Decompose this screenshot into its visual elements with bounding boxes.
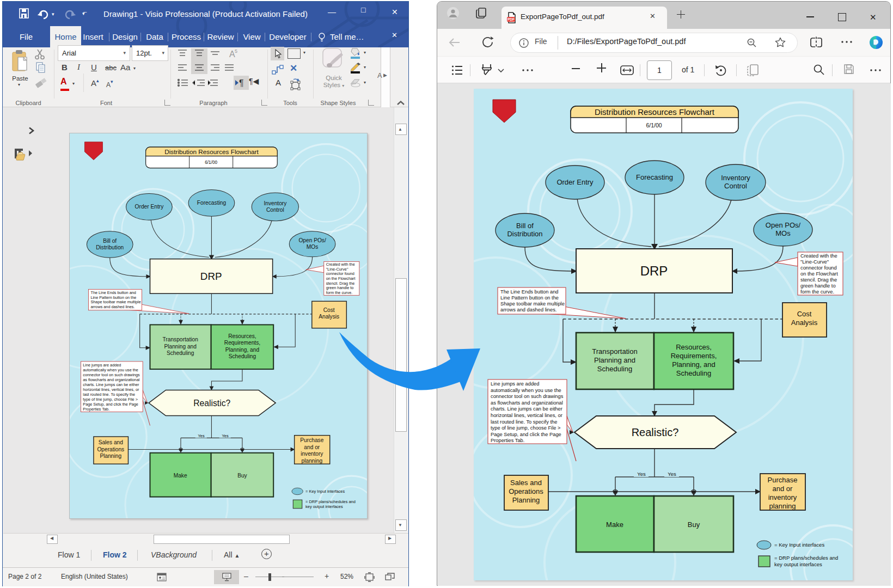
svg-text:5: 5 xyxy=(235,48,237,54)
svg-text:¶: ¶ xyxy=(239,78,244,88)
svg-text:PDF: PDF xyxy=(507,17,515,21)
